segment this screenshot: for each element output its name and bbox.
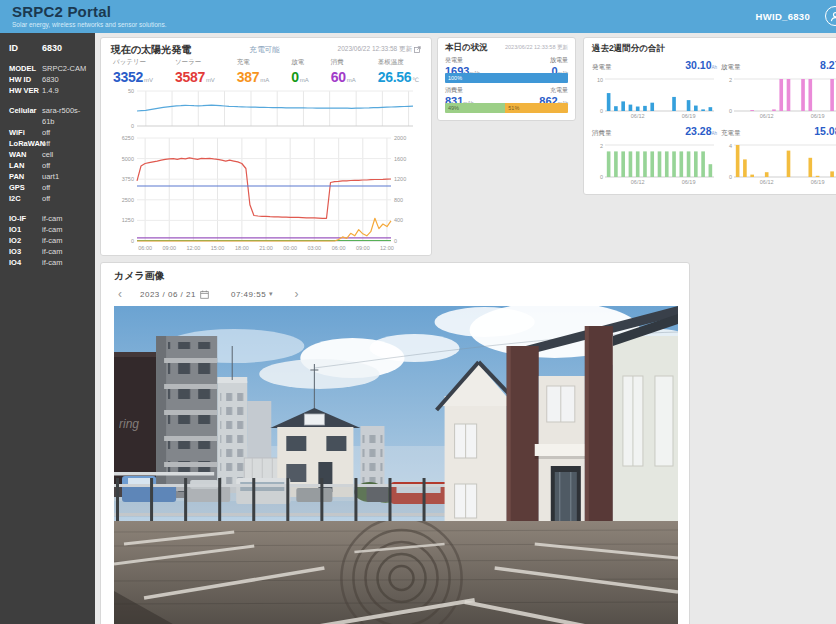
svg-text:6250: 6250 [122,135,134,141]
svg-text:12:00: 12:00 [187,245,201,251]
twoweek-panel: 過去2週間分の合計 発電量 30.10Ah 10006/1206/19 放電量 … [583,37,836,195]
camera-panel: カメラ画像 ‹ 2023 / 06 / 21 07:49:55 ▾ › [100,262,690,624]
solar-updated-timestamp: 2023/06/22 12:33:58 更新 [338,45,421,54]
svg-text:00:00: 00:00 [283,245,297,251]
app-subtitle: Solar energy, wireless networks and sens… [12,21,836,28]
svg-text:0: 0 [729,174,732,180]
twoweek-generation-chart: 10006/1206/19 [592,72,717,119]
svg-text:12:00: 12:00 [380,245,394,251]
today-bar2-right: 51% [505,103,568,113]
device-sidebar: ID6830MODELSRPC2-CAMHW ID6830HW VER1.4.9… [0,33,95,624]
svg-text:2500: 2500 [122,197,134,203]
app-title: SRPC2 Portal [12,3,836,20]
twoweek-panel-title: 過去2週間分の合計 [592,43,836,55]
sidebar-row-io1: IO1if-cam [9,224,91,235]
camera-panel-title: カメラ画像 [114,269,676,283]
svg-text:2: 2 [729,77,732,83]
svg-text:06/12: 06/12 [760,113,774,119]
solar-panel-title: 現在の太陽光発電 [111,43,191,57]
main-content: 現在の太陽光発電 充電可能 2023/06/22 12:33:58 更新 バッテ… [95,33,836,624]
svg-text:50: 50 [128,88,134,94]
sidebar-row-pan: PANuart1 [9,171,91,182]
svg-text:ring: ring [119,417,139,431]
sidebar-row-lan: LANoff [9,160,91,171]
sidebar-row-model: MODELSRPC2-CAM [9,63,91,74]
today-usage-bar: 49% 51% [445,103,568,113]
twoweek-consumption-chart: 2006/1206/19 [592,138,717,185]
stat-5: 基板温度26.56℃ [376,58,421,83]
stat-0: バッテリー3352mV [111,58,155,83]
current-solar-panel: 現在の太陽光発電 充電可能 2023/06/22 12:33:58 更新 バッテ… [100,37,432,256]
twoweek-consumption-cell: 消費量 23.28Ah 2006/1206/19 [592,125,717,185]
board-temperature-chart: 500 [111,86,421,132]
svg-text:0: 0 [600,174,603,180]
svg-text:06/19: 06/19 [682,113,696,119]
sidebar-groups: ID6830MODELSRPC2-CAMHW ID6830HW VER1.4.9… [9,43,91,268]
camera-photo-scene: ring [114,306,678,624]
hwid-badge: HWID_6830 [756,11,810,22]
today-status-panel: 本日の状況 2023/06/22 12:33:58 更新 発電量 1693mAh… [437,37,576,121]
sidebar-row-io4: IO4if-cam [9,257,91,268]
today-charge: 充電量 862mAh [539,86,568,102]
svg-text:1200: 1200 [394,176,406,182]
svg-text:1250: 1250 [122,217,134,223]
svg-text:1600: 1600 [394,156,406,162]
svg-text:06:00: 06:00 [332,245,346,251]
camera-prev-button[interactable]: ‹ [114,289,126,299]
today-discharge: 放電量 0mAh [550,56,568,72]
external-link-icon[interactable] [414,46,421,53]
svg-text:0: 0 [394,238,397,244]
svg-text:15:00: 15:00 [211,245,225,251]
svg-text:4: 4 [729,143,732,149]
svg-text:10: 10 [597,77,603,83]
svg-text:06/19: 06/19 [811,179,825,185]
charge-status-label: 充電可能 [249,45,279,55]
today-panel-title: 本日の状況 [445,42,488,54]
calendar-icon[interactable] [200,290,209,299]
sidebar-row-i2c: I2Coff [9,193,91,204]
twoweek-charge-cell: 充電量 15.08Ah 4006/1206/19 [721,125,836,185]
twoweek-discharge-cell: 放電量 8.27Ah 2006/1206/19 [721,59,836,119]
svg-text:21:00: 21:00 [259,245,273,251]
chevron-down-icon[interactable]: ▾ [269,290,273,298]
screen: SRPC2 Portal Solar energy, wireless netw… [0,0,836,624]
svg-text:06:00: 06:00 [138,245,152,251]
sidebar-row-id: ID6830 [9,43,91,54]
svg-text:18:00: 18:00 [235,245,249,251]
sidebar-row-gps: GPSoff [9,182,91,193]
svg-text:2: 2 [600,143,603,149]
svg-text:06/19: 06/19 [682,179,696,185]
sidebar-row-wifi: WiFioff [9,127,91,138]
svg-text:5000: 5000 [122,156,134,162]
svg-text:09:00: 09:00 [356,245,370,251]
stat-4: 消費60mA [329,58,358,83]
svg-text:800: 800 [394,197,403,203]
sidebar-row-io-if: IO-IFif-cam [9,213,91,224]
sidebar-row-io2: IO2if-cam [9,235,91,246]
solar-history-chart: 06:0009:0012:0015:0018:0021:0000:0003:00… [111,134,421,252]
svg-text:0: 0 [131,238,134,244]
today-consumption: 消費量 831mAh [445,86,474,102]
svg-text:0: 0 [131,123,134,129]
today-generation-bar: 100% [445,73,568,83]
svg-text:0: 0 [600,108,603,114]
today-updated-timestamp: 2023/06/22 12:33:58 更新 [505,44,568,51]
sidebar-row-lorawan: LoRaWANoff [9,138,91,149]
svg-text:06/12: 06/12 [631,179,645,185]
stat-1: ソーラー3587mV [173,58,217,83]
sidebar-row-wan: WANcell [9,149,91,160]
svg-text:03:00: 03:00 [307,245,321,251]
sidebar-row-cellular: Cellularsara-r500s-61b [9,105,91,127]
svg-text:06/12: 06/12 [760,179,774,185]
camera-next-button[interactable]: › [291,289,303,299]
svg-text:2000: 2000 [394,135,406,141]
camera-date-picker[interactable]: 2023 / 06 / 21 [140,290,196,299]
svg-text:0: 0 [729,108,732,114]
twoweek-generation-cell: 発電量 30.10Ah 10006/1206/19 [592,59,717,119]
camera-time-select[interactable]: 07:49:55 [231,290,266,299]
today-generation: 発電量 1693mAh [445,56,480,72]
svg-text:06/12: 06/12 [631,113,645,119]
today-bar1-fill: 100% [445,73,568,83]
app-header: SRPC2 Portal Solar energy, wireless netw… [0,0,836,33]
svg-text:06/19: 06/19 [811,113,825,119]
